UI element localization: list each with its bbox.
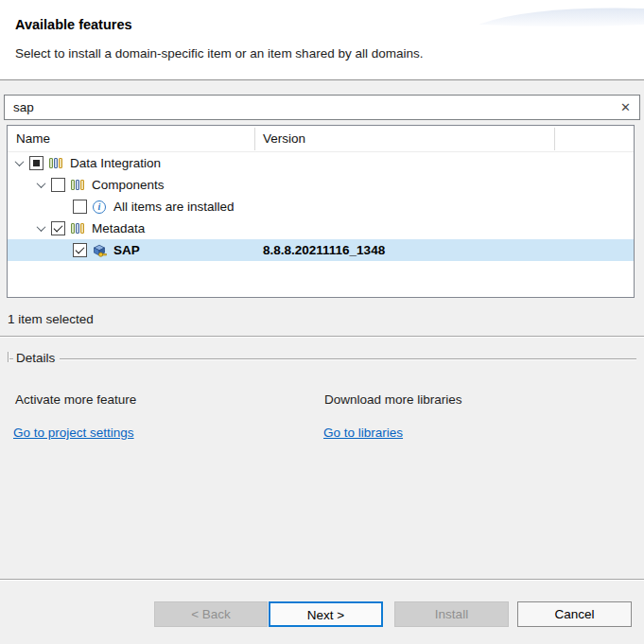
expand-slot bbox=[31, 218, 51, 239]
table-header: Name Version bbox=[8, 126, 634, 152]
checkbox-unchecked[interactable] bbox=[73, 200, 87, 214]
dialog-banner: Available features Select to install a d… bbox=[0, 0, 644, 80]
chevron-down-icon[interactable] bbox=[37, 222, 46, 232]
cancel-button[interactable]: Cancel bbox=[517, 601, 632, 627]
selection-status-text: 1 item selected bbox=[8, 312, 94, 326]
search-box: ✕ bbox=[4, 95, 640, 120]
banner-swoosh-decoration bbox=[479, 4, 644, 28]
tree-rows: Data IntegrationComponentsiAll items are… bbox=[8, 152, 634, 261]
tree-item-label: All items are installed bbox=[113, 200, 235, 214]
expand-slot bbox=[9, 152, 29, 174]
tree-item-label: Components bbox=[92, 178, 165, 192]
features-table: Name Version Data IntegrationComponentsi… bbox=[7, 125, 635, 298]
tree-row-sap[interactable]: SAP8.8.8.20211116_1348 bbox=[8, 239, 634, 261]
checkbox-indeterminate[interactable] bbox=[29, 156, 44, 170]
activate-feature-heading: Activate more feature bbox=[15, 392, 136, 407]
expand-slot bbox=[53, 239, 73, 261]
next-button[interactable]: Next > bbox=[269, 601, 383, 627]
tree-row-components[interactable]: Components bbox=[8, 174, 634, 196]
search-input[interactable] bbox=[5, 96, 639, 119]
column-divider bbox=[254, 128, 255, 150]
version-value: 8.8.8.20211116_1348 bbox=[263, 243, 385, 257]
download-libraries-heading: Download more libraries bbox=[324, 392, 462, 407]
chevron-down-icon[interactable] bbox=[37, 179, 46, 188]
details-group-label: Details bbox=[13, 351, 60, 365]
tree-row-data-integration[interactable]: Data Integration bbox=[8, 152, 634, 174]
details-group-border bbox=[8, 358, 636, 360]
page-title: Available features bbox=[15, 17, 132, 32]
checkbox-unchecked[interactable] bbox=[51, 178, 65, 192]
chevron-down-icon[interactable] bbox=[15, 157, 25, 166]
tree-row-metadata[interactable]: Metadata bbox=[8, 218, 634, 239]
details-group-corner bbox=[8, 352, 9, 362]
info-icon: i bbox=[92, 200, 107, 215]
expand-slot bbox=[53, 196, 73, 218]
tree-row-all-items-are-installed[interactable]: iAll items are installed bbox=[8, 196, 634, 218]
tree-item-label: Data Integration bbox=[70, 156, 161, 170]
tree-item-label: Metadata bbox=[92, 221, 145, 235]
column-header-name[interactable]: Name bbox=[16, 131, 50, 146]
button-bar: < Back Next > Install Cancel bbox=[0, 581, 644, 644]
libraries-link[interactable]: Go to libraries bbox=[323, 426, 403, 440]
available-features-dialog: Available features Select to install a d… bbox=[0, 0, 644, 644]
checkbox-checked[interactable] bbox=[51, 221, 65, 235]
clear-search-icon[interactable]: ✕ bbox=[620, 100, 631, 115]
sap-icon bbox=[92, 243, 107, 258]
install-button[interactable]: Install bbox=[394, 601, 509, 627]
tree-item-label: SAP bbox=[113, 243, 140, 257]
modules-icon bbox=[70, 178, 85, 193]
separator bbox=[0, 336, 644, 338]
checkbox-checked[interactable] bbox=[73, 243, 87, 257]
back-button[interactable]: < Back bbox=[154, 601, 268, 627]
column-divider bbox=[554, 128, 555, 150]
page-subtitle: Select to install a domain-specific item… bbox=[15, 46, 423, 61]
modules-icon bbox=[48, 156, 63, 171]
expand-slot bbox=[31, 174, 51, 196]
column-header-version[interactable]: Version bbox=[263, 131, 305, 146]
modules-icon bbox=[70, 221, 85, 236]
project-settings-link[interactable]: Go to project settings bbox=[13, 426, 134, 440]
